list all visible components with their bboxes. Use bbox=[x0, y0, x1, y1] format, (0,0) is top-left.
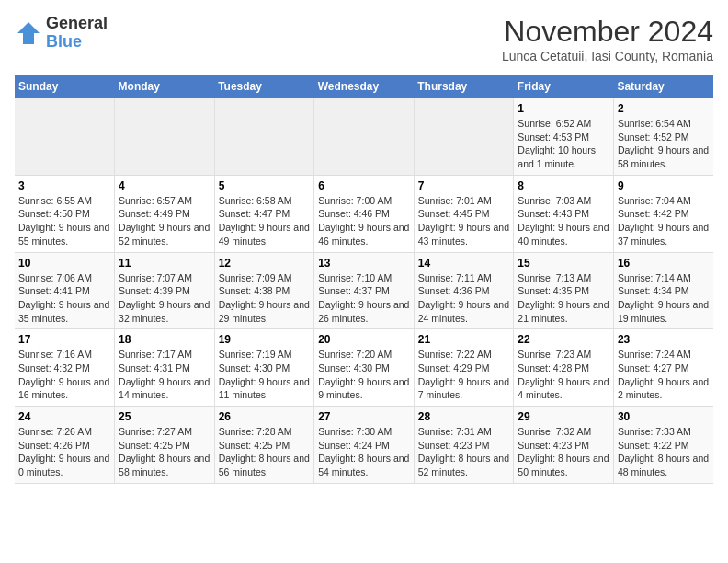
day-cell: 27Sunrise: 7:30 AM Sunset: 4:24 PM Dayli… bbox=[314, 407, 415, 484]
day-info: Sunrise: 7:19 AM Sunset: 4:30 PM Dayligh… bbox=[219, 348, 311, 402]
calendar-body: 1Sunrise: 6:52 AM Sunset: 4:53 PM Daylig… bbox=[15, 98, 713, 483]
day-cell: 28Sunrise: 7:31 AM Sunset: 4:23 PM Dayli… bbox=[414, 407, 514, 484]
day-cell: 17Sunrise: 7:16 AM Sunset: 4:32 PM Dayli… bbox=[15, 329, 115, 407]
day-cell: 30Sunrise: 7:33 AM Sunset: 4:22 PM Dayli… bbox=[613, 407, 713, 484]
logo-blue-text: Blue bbox=[46, 32, 82, 51]
calendar-header: SundayMondayTuesdayWednesdayThursdayFrid… bbox=[15, 75, 713, 98]
day-cell: 21Sunrise: 7:22 AM Sunset: 4:29 PM Dayli… bbox=[414, 329, 514, 407]
day-number: 8 bbox=[518, 179, 609, 192]
day-cell: 16Sunrise: 7:14 AM Sunset: 4:34 PM Dayli… bbox=[613, 252, 713, 329]
calendar-table: SundayMondayTuesdayWednesdayThursdayFrid… bbox=[15, 75, 713, 484]
day-info: Sunrise: 7:16 AM Sunset: 4:32 PM Dayligh… bbox=[18, 348, 110, 402]
svg-marker-0 bbox=[17, 22, 40, 44]
day-info: Sunrise: 7:23 AM Sunset: 4:28 PM Dayligh… bbox=[518, 348, 609, 402]
header-saturday: Saturday bbox=[613, 75, 713, 98]
day-info: Sunrise: 7:20 AM Sunset: 4:30 PM Dayligh… bbox=[318, 348, 410, 402]
day-number: 14 bbox=[418, 257, 510, 270]
day-number: 25 bbox=[119, 410, 210, 423]
day-number: 18 bbox=[119, 333, 210, 346]
day-cell bbox=[314, 98, 415, 175]
day-cell: 26Sunrise: 7:28 AM Sunset: 4:25 PM Dayli… bbox=[214, 407, 314, 484]
day-number: 26 bbox=[219, 410, 311, 423]
day-info: Sunrise: 6:55 AM Sunset: 4:50 PM Dayligh… bbox=[18, 194, 110, 248]
day-number: 11 bbox=[119, 257, 210, 270]
day-info: Sunrise: 7:07 AM Sunset: 4:39 PM Dayligh… bbox=[119, 271, 210, 326]
day-info: Sunrise: 7:03 AM Sunset: 4:43 PM Dayligh… bbox=[518, 194, 609, 248]
day-info: Sunrise: 7:30 AM Sunset: 4:24 PM Dayligh… bbox=[318, 425, 410, 479]
day-cell bbox=[15, 98, 115, 175]
day-number: 20 bbox=[318, 333, 410, 346]
day-number: 10 bbox=[18, 257, 110, 270]
day-cell: 8Sunrise: 7:03 AM Sunset: 4:43 PM Daylig… bbox=[514, 175, 614, 252]
day-cell: 19Sunrise: 7:19 AM Sunset: 4:30 PM Dayli… bbox=[214, 329, 314, 407]
day-number: 23 bbox=[618, 333, 710, 346]
day-info: Sunrise: 6:58 AM Sunset: 4:47 PM Dayligh… bbox=[219, 194, 311, 248]
day-info: Sunrise: 7:32 AM Sunset: 4:23 PM Dayligh… bbox=[518, 425, 609, 479]
day-cell bbox=[214, 98, 314, 175]
day-cell: 25Sunrise: 7:27 AM Sunset: 4:25 PM Dayli… bbox=[115, 407, 215, 484]
location-text: Lunca Cetatuii, Iasi County, Romania bbox=[502, 49, 713, 63]
day-number: 29 bbox=[518, 410, 609, 423]
day-number: 6 bbox=[318, 179, 410, 192]
day-info: Sunrise: 7:14 AM Sunset: 4:34 PM Dayligh… bbox=[618, 271, 710, 326]
day-cell: 29Sunrise: 7:32 AM Sunset: 4:23 PM Dayli… bbox=[514, 407, 614, 484]
day-info: Sunrise: 6:52 AM Sunset: 4:53 PM Dayligh… bbox=[518, 117, 609, 171]
day-number: 13 bbox=[318, 257, 410, 270]
day-info: Sunrise: 7:28 AM Sunset: 4:25 PM Dayligh… bbox=[219, 425, 311, 479]
day-cell: 23Sunrise: 7:24 AM Sunset: 4:27 PM Dayli… bbox=[613, 329, 713, 407]
day-info: Sunrise: 7:13 AM Sunset: 4:35 PM Dayligh… bbox=[518, 271, 609, 326]
day-number: 9 bbox=[618, 179, 710, 192]
day-cell: 22Sunrise: 7:23 AM Sunset: 4:28 PM Dayli… bbox=[514, 329, 614, 407]
day-number: 7 bbox=[418, 179, 510, 192]
title-area: November 2024 Lunca Cetatuii, Iasi Count… bbox=[502, 15, 713, 63]
week-row-5: 24Sunrise: 7:26 AM Sunset: 4:26 PM Dayli… bbox=[15, 407, 713, 484]
day-info: Sunrise: 7:17 AM Sunset: 4:31 PM Dayligh… bbox=[119, 348, 210, 402]
day-cell: 4Sunrise: 6:57 AM Sunset: 4:49 PM Daylig… bbox=[115, 175, 215, 252]
day-info: Sunrise: 7:11 AM Sunset: 4:36 PM Dayligh… bbox=[418, 271, 510, 326]
day-number: 21 bbox=[418, 333, 510, 346]
day-number: 27 bbox=[318, 410, 410, 423]
day-number: 22 bbox=[518, 333, 609, 346]
month-title: November 2024 bbox=[502, 15, 713, 49]
day-info: Sunrise: 7:33 AM Sunset: 4:22 PM Dayligh… bbox=[618, 425, 710, 479]
week-row-1: 1Sunrise: 6:52 AM Sunset: 4:53 PM Daylig… bbox=[15, 98, 713, 175]
day-info: Sunrise: 7:27 AM Sunset: 4:25 PM Dayligh… bbox=[119, 425, 210, 479]
header-thursday: Thursday bbox=[414, 75, 514, 98]
header-friday: Friday bbox=[514, 75, 614, 98]
day-info: Sunrise: 7:26 AM Sunset: 4:26 PM Dayligh… bbox=[18, 425, 110, 479]
header-tuesday: Tuesday bbox=[214, 75, 314, 98]
day-number: 5 bbox=[219, 179, 311, 192]
day-cell: 20Sunrise: 7:20 AM Sunset: 4:30 PM Dayli… bbox=[314, 329, 415, 407]
day-number: 28 bbox=[418, 410, 510, 423]
header-monday: Monday bbox=[115, 75, 215, 98]
day-cell: 11Sunrise: 7:07 AM Sunset: 4:39 PM Dayli… bbox=[115, 252, 215, 329]
day-number: 2 bbox=[618, 102, 710, 115]
day-number: 15 bbox=[518, 257, 609, 270]
day-cell: 1Sunrise: 6:52 AM Sunset: 4:53 PM Daylig… bbox=[514, 98, 614, 175]
day-cell bbox=[115, 98, 215, 175]
day-cell: 12Sunrise: 7:09 AM Sunset: 4:38 PM Dayli… bbox=[214, 252, 314, 329]
day-info: Sunrise: 7:06 AM Sunset: 4:41 PM Dayligh… bbox=[18, 271, 110, 326]
day-info: Sunrise: 7:22 AM Sunset: 4:29 PM Dayligh… bbox=[418, 348, 510, 402]
week-row-3: 10Sunrise: 7:06 AM Sunset: 4:41 PM Dayli… bbox=[15, 252, 713, 329]
day-number: 16 bbox=[618, 257, 710, 270]
day-cell: 9Sunrise: 7:04 AM Sunset: 4:42 PM Daylig… bbox=[613, 175, 713, 252]
day-info: Sunrise: 7:31 AM Sunset: 4:23 PM Dayligh… bbox=[418, 425, 510, 479]
logo-icon bbox=[15, 19, 42, 47]
header-wednesday: Wednesday bbox=[314, 75, 415, 98]
week-row-2: 3Sunrise: 6:55 AM Sunset: 4:50 PM Daylig… bbox=[15, 175, 713, 252]
day-cell: 14Sunrise: 7:11 AM Sunset: 4:36 PM Dayli… bbox=[414, 252, 514, 329]
day-number: 12 bbox=[219, 257, 311, 270]
week-row-4: 17Sunrise: 7:16 AM Sunset: 4:32 PM Dayli… bbox=[15, 329, 713, 407]
day-info: Sunrise: 6:54 AM Sunset: 4:52 PM Dayligh… bbox=[618, 117, 710, 171]
day-info: Sunrise: 7:01 AM Sunset: 4:45 PM Dayligh… bbox=[418, 194, 510, 248]
day-info: Sunrise: 7:09 AM Sunset: 4:38 PM Dayligh… bbox=[219, 271, 311, 326]
header-row: SundayMondayTuesdayWednesdayThursdayFrid… bbox=[15, 75, 713, 98]
day-cell bbox=[414, 98, 514, 175]
page-header: General Blue November 2024 Lunca Cetatui… bbox=[15, 15, 713, 63]
day-number: 30 bbox=[618, 410, 710, 423]
day-number: 3 bbox=[18, 179, 110, 192]
day-info: Sunrise: 7:04 AM Sunset: 4:42 PM Dayligh… bbox=[618, 194, 710, 248]
day-cell: 3Sunrise: 6:55 AM Sunset: 4:50 PM Daylig… bbox=[15, 175, 115, 252]
day-info: Sunrise: 6:57 AM Sunset: 4:49 PM Dayligh… bbox=[119, 194, 210, 248]
